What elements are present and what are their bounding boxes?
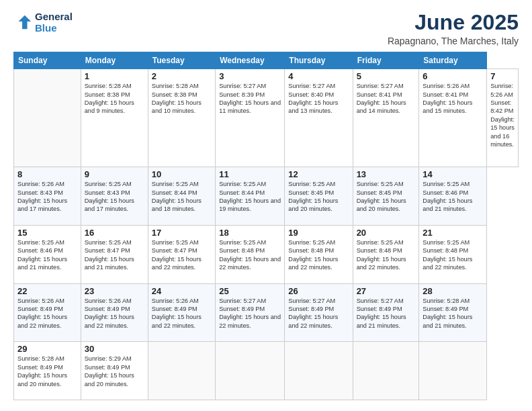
day-info: Sunrise: 5:26 AM Sunset: 8:49 PM Dayligh… — [17, 297, 77, 330]
day-number: 11 — [219, 169, 281, 179]
day-info: Sunrise: 5:25 AM Sunset: 8:45 PM Dayligh… — [357, 180, 416, 214]
calendar-cell: 9 Sunrise: 5:25 AM Sunset: 8:43 PM Dayli… — [81, 167, 148, 226]
calendar-week-4: 22 Sunrise: 5:26 AM Sunset: 8:49 PM Dayl… — [14, 283, 519, 342]
calendar-week-3: 15 Sunrise: 5:25 AM Sunset: 8:46 PM Dayl… — [14, 225, 519, 283]
calendar-week-5: 29 Sunrise: 5:28 AM Sunset: 8:49 PM Dayl… — [14, 342, 519, 400]
calendar-cell — [216, 342, 285, 400]
calendar-cell: 16 Sunrise: 5:25 AM Sunset: 8:47 PM Dayl… — [81, 225, 148, 283]
day-number: 12 — [288, 169, 349, 179]
day-info: Sunrise: 5:25 AM Sunset: 8:48 PM Dayligh… — [219, 238, 281, 272]
calendar-cell — [353, 342, 419, 400]
day-info: Sunrise: 5:25 AM Sunset: 8:47 PM Dayligh… — [152, 238, 212, 272]
day-number: 16 — [85, 228, 144, 238]
day-info: Sunrise: 5:25 AM Sunset: 8:48 PM Dayligh… — [288, 238, 349, 272]
day-number: 17 — [152, 228, 212, 238]
calendar-cell: 17 Sunrise: 5:25 AM Sunset: 8:47 PM Dayl… — [148, 225, 215, 283]
calendar-cell: 19 Sunrise: 5:25 AM Sunset: 8:48 PM Dayl… — [285, 225, 353, 283]
day-number: 23 — [85, 286, 144, 296]
calendar-cell — [14, 69, 81, 167]
main-title: June 2025 — [388, 11, 519, 34]
calendar-cell — [419, 342, 487, 400]
day-number: 2 — [152, 71, 212, 81]
calendar-cell: 18 Sunrise: 5:25 AM Sunset: 8:48 PM Dayl… — [216, 225, 285, 283]
day-info: Sunrise: 5:26 AM Sunset: 8:49 PM Dayligh… — [85, 297, 144, 330]
calendar-cell — [285, 342, 353, 400]
day-info: Sunrise: 5:25 AM Sunset: 8:45 PM Dayligh… — [288, 180, 349, 214]
day-info: Sunrise: 5:28 AM Sunset: 8:38 PM Dayligh… — [152, 82, 212, 116]
calendar-cell: 8 Sunrise: 5:26 AM Sunset: 8:43 PM Dayli… — [14, 167, 81, 226]
day-info: Sunrise: 5:27 AM Sunset: 8:41 PM Dayligh… — [357, 82, 416, 116]
day-info: Sunrise: 5:28 AM Sunset: 8:49 PM Dayligh… — [423, 297, 483, 330]
calendar-cell: 26 Sunrise: 5:27 AM Sunset: 8:49 PM Dayl… — [285, 283, 353, 342]
calendar-cell: 23 Sunrise: 5:26 AM Sunset: 8:49 PM Dayl… — [81, 283, 148, 342]
day-number: 1 — [85, 71, 144, 81]
day-number: 7 — [490, 71, 515, 81]
day-number: 21 — [423, 228, 483, 238]
day-info: Sunrise: 5:27 AM Sunset: 8:40 PM Dayligh… — [288, 82, 349, 116]
day-number: 9 — [85, 169, 144, 179]
subtitle: Rapagnano, The Marches, Italy — [388, 36, 519, 46]
day-number: 4 — [288, 71, 349, 81]
calendar-cell — [148, 342, 215, 400]
calendar-cell: 6 Sunrise: 5:26 AM Sunset: 8:41 PM Dayli… — [419, 69, 487, 167]
calendar-cell: 12 Sunrise: 5:25 AM Sunset: 8:45 PM Dayl… — [285, 167, 353, 226]
day-info: Sunrise: 5:28 AM Sunset: 8:49 PM Dayligh… — [17, 355, 77, 388]
day-number: 10 — [152, 169, 212, 179]
col-header-thursday: Thursday — [285, 52, 353, 69]
calendar-week-1: 1 Sunrise: 5:28 AM Sunset: 8:38 PM Dayli… — [14, 69, 519, 167]
day-info: Sunrise: 5:26 AM Sunset: 8:42 PM Dayligh… — [490, 82, 515, 148]
header: General Blue June 2025 Rapagnano, The Ma… — [13, 11, 519, 46]
calendar-cell: 5 Sunrise: 5:27 AM Sunset: 8:41 PM Dayli… — [353, 69, 419, 167]
day-number: 30 — [85, 344, 144, 354]
calendar-cell: 3 Sunrise: 5:27 AM Sunset: 8:39 PM Dayli… — [216, 69, 285, 167]
calendar-cell: 25 Sunrise: 5:27 AM Sunset: 8:49 PM Dayl… — [216, 283, 285, 342]
calendar-cell: 13 Sunrise: 5:25 AM Sunset: 8:45 PM Dayl… — [353, 167, 419, 226]
calendar-week-2: 8 Sunrise: 5:26 AM Sunset: 8:43 PM Dayli… — [14, 167, 519, 226]
calendar-cell: 10 Sunrise: 5:25 AM Sunset: 8:44 PM Dayl… — [148, 167, 215, 226]
calendar-cell: 21 Sunrise: 5:25 AM Sunset: 8:48 PM Dayl… — [419, 225, 487, 283]
day-info: Sunrise: 5:29 AM Sunset: 8:49 PM Dayligh… — [85, 355, 144, 388]
day-number: 3 — [219, 71, 281, 81]
day-info: Sunrise: 5:28 AM Sunset: 8:38 PM Dayligh… — [85, 82, 144, 116]
day-number: 18 — [219, 228, 281, 238]
col-header-tuesday: Tuesday — [148, 52, 215, 69]
day-info: Sunrise: 5:27 AM Sunset: 8:49 PM Dayligh… — [219, 297, 281, 330]
calendar-cell: 20 Sunrise: 5:25 AM Sunset: 8:48 PM Dayl… — [353, 225, 419, 283]
day-number: 5 — [357, 71, 416, 81]
day-number: 24 — [152, 286, 212, 296]
calendar-cell: 30 Sunrise: 5:29 AM Sunset: 8:49 PM Dayl… — [81, 342, 148, 400]
calendar-cell: 1 Sunrise: 5:28 AM Sunset: 8:38 PM Dayli… — [81, 69, 148, 167]
day-number: 27 — [357, 286, 416, 296]
day-info: Sunrise: 5:27 AM Sunset: 8:49 PM Dayligh… — [288, 297, 349, 330]
col-header-sunday: Sunday — [14, 52, 81, 69]
day-number: 8 — [17, 169, 77, 179]
day-info: Sunrise: 5:25 AM Sunset: 8:43 PM Dayligh… — [85, 180, 144, 214]
calendar-cell: 24 Sunrise: 5:26 AM Sunset: 8:49 PM Dayl… — [148, 283, 215, 342]
calendar-header-row: SundayMondayTuesdayWednesdayThursdayFrid… — [14, 52, 519, 69]
day-number: 29 — [17, 344, 77, 354]
logo: General Blue — [13, 11, 73, 34]
day-number: 6 — [423, 71, 483, 81]
day-number: 15 — [17, 228, 77, 238]
day-number: 26 — [288, 286, 349, 296]
day-info: Sunrise: 5:26 AM Sunset: 8:49 PM Dayligh… — [152, 297, 212, 330]
calendar-table: SundayMondayTuesdayWednesdayThursdayFrid… — [13, 52, 519, 400]
day-number: 14 — [423, 169, 483, 179]
calendar-cell: 2 Sunrise: 5:28 AM Sunset: 8:38 PM Dayli… — [148, 69, 215, 167]
day-number: 28 — [423, 286, 483, 296]
page: General Blue June 2025 Rapagnano, The Ma… — [0, 0, 532, 411]
logo-text: General Blue — [35, 11, 73, 34]
day-info: Sunrise: 5:27 AM Sunset: 8:49 PM Dayligh… — [357, 297, 416, 330]
svg-marker-0 — [18, 15, 31, 30]
calendar-cell: 4 Sunrise: 5:27 AM Sunset: 8:40 PM Dayli… — [285, 69, 353, 167]
calendar-cell: 11 Sunrise: 5:25 AM Sunset: 8:44 PM Dayl… — [216, 167, 285, 226]
day-number: 20 — [357, 228, 416, 238]
day-info: Sunrise: 5:25 AM Sunset: 8:46 PM Dayligh… — [17, 238, 77, 272]
day-number: 22 — [17, 286, 77, 296]
day-number: 25 — [219, 286, 281, 296]
day-info: Sunrise: 5:25 AM Sunset: 8:48 PM Dayligh… — [357, 238, 416, 272]
day-info: Sunrise: 5:25 AM Sunset: 8:44 PM Dayligh… — [219, 180, 281, 214]
calendar-cell: 15 Sunrise: 5:25 AM Sunset: 8:46 PM Dayl… — [14, 225, 81, 283]
day-info: Sunrise: 5:26 AM Sunset: 8:41 PM Dayligh… — [423, 82, 483, 116]
logo-icon — [13, 13, 32, 32]
